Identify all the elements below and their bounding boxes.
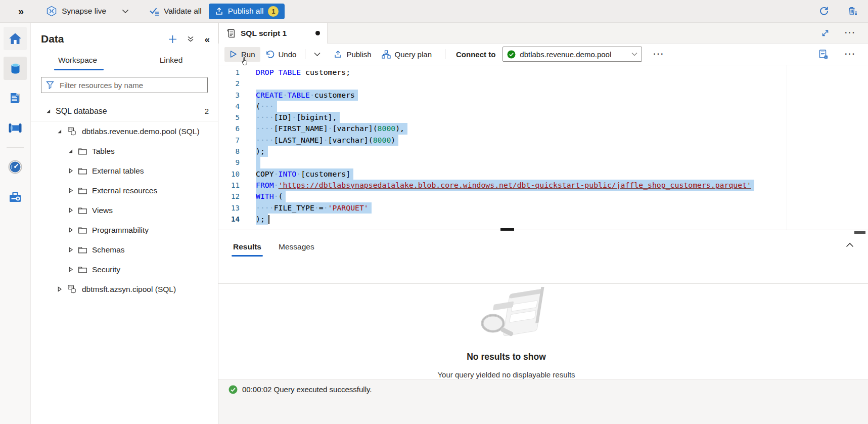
folder-icon	[78, 226, 87, 234]
publish-upload-icon	[215, 7, 223, 16]
editor-more-ellipsis-icon[interactable]: ···	[845, 50, 856, 58]
mode-switcher[interactable]: Synapse live	[46, 6, 129, 17]
tree-item-views[interactable]: Views	[31, 200, 218, 220]
add-resource-plus-icon[interactable]	[168, 35, 177, 44]
tree-item-external-tables[interactable]: External tables	[31, 161, 218, 181]
line-number: 10	[218, 168, 240, 180]
selection-highlight: ····[FIRST_NAME]·[varchar](8000),	[256, 123, 407, 134]
publish-all-button[interactable]: Publish all 1	[209, 4, 285, 19]
folder-icon	[78, 147, 87, 155]
query-plan-button[interactable]: Query plan	[377, 47, 437, 62]
collapse-toggle-icon[interactable]	[56, 129, 62, 134]
expand-toggle-icon[interactable]	[67, 188, 73, 193]
green-check-circle-icon	[507, 50, 516, 59]
collapse-toggle-icon[interactable]	[67, 148, 73, 154]
pane-drag-handle[interactable]	[500, 228, 514, 231]
code-line-3[interactable]: 3CREATE·TABLE·customers	[218, 90, 868, 101]
undo-icon	[265, 50, 275, 59]
data-explorer-panel: Data « Workspace Linked	[31, 23, 218, 424]
nav-home[interactable]	[4, 27, 27, 50]
tree-item-programmability[interactable]: Programmability	[31, 220, 218, 240]
tree-item-schemas[interactable]: Schemas	[31, 240, 218, 260]
tree-item-dbtlabs-revenue-demo-pool-sql[interactable]: dbtlabs.revenue.demo.pool (SQL)	[31, 121, 218, 141]
collapse-toggle-icon[interactable]	[45, 108, 51, 114]
collapse-panel-double-chevron-left-icon[interactable]: «	[204, 34, 210, 44]
selection-highlight: ····[ID]·[bigint],	[256, 112, 340, 123]
connect-to-label: Connect to	[456, 50, 495, 59]
code-line-13[interactable]: 13····FILE_TYPE·=·'PARQUET'	[218, 202, 868, 214]
code-line-2[interactable]: 2	[218, 78, 868, 89]
line-content: ····[ID]·[bigint],	[240, 112, 340, 123]
tab-messages[interactable]: Messages	[277, 239, 316, 257]
tree-item-label: Tables	[92, 147, 115, 156]
properties-icon[interactable]	[818, 49, 829, 60]
expand-toggle-icon[interactable]	[67, 168, 73, 174]
line-content: DROP TABLE customers;	[240, 67, 350, 78]
double-chevron-down-icon[interactable]	[187, 35, 194, 43]
horizontal-scrollbar-thumb[interactable]	[854, 231, 865, 234]
nav-monitor[interactable]	[4, 155, 27, 179]
double-chevron-right-icon[interactable]: »	[18, 6, 24, 16]
tree-item-sql-database[interactable]: SQL database2	[31, 101, 218, 121]
line-number: 2	[218, 78, 240, 89]
nav-data[interactable]	[4, 57, 27, 80]
run-options-chevron[interactable]	[309, 49, 326, 60]
expand-toggle-icon[interactable]	[67, 267, 73, 272]
tree-item-label: External tables	[92, 166, 144, 176]
toolbar-more-ellipsis-icon[interactable]: ···	[653, 50, 664, 58]
synapse-studio-app: » Synapse live Validate all Publish all …	[0, 0, 868, 424]
code-line-12[interactable]: 12WITH·(	[218, 191, 868, 202]
filter-resources-input[interactable]	[59, 80, 203, 90]
tree-item-label: Schemas	[92, 245, 125, 255]
discard-trash-icon[interactable]	[847, 6, 858, 17]
code-line-9[interactable]: 9	[218, 157, 868, 168]
tab-results[interactable]: Results	[232, 239, 263, 257]
code-line-14[interactable]: 14);	[218, 214, 868, 225]
code-line-1[interactable]: 1DROP TABLE customers;	[218, 67, 868, 78]
connect-pool-dropdown[interactable]: dbtlabs.revenue.demo.pool	[502, 47, 642, 62]
results-panel-header: Results Messages	[218, 234, 868, 284]
undo-button[interactable]: Undo	[260, 47, 302, 62]
code-line-4[interactable]: 4(···	[218, 101, 868, 112]
tree-item-tables[interactable]: Tables	[31, 141, 218, 161]
nav-develop[interactable]	[4, 87, 27, 110]
pane-resize-divider[interactable]	[218, 230, 868, 234]
expand-editor-icon[interactable]	[821, 29, 830, 37]
tab-more-ellipsis-icon[interactable]: ···	[845, 29, 856, 37]
collapse-results-chevron-up-icon[interactable]	[846, 242, 854, 247]
nav-manage[interactable]	[4, 185, 27, 208]
panel-title: Data	[41, 33, 168, 45]
filter-resources-box[interactable]	[41, 77, 208, 93]
code-line-11[interactable]: 11FROM·'https://dbtlabsynapsedatalake.bl…	[218, 180, 868, 191]
line-number: 8	[218, 146, 240, 157]
validate-all-button[interactable]: Validate all	[149, 7, 202, 16]
tab-linked[interactable]: Linked	[124, 51, 218, 70]
tab-sql-script-1[interactable]: SQL script 1	[218, 23, 328, 44]
expand-toggle-icon[interactable]	[67, 227, 73, 233]
line-number: 6	[218, 123, 240, 134]
tree-item-label: Views	[92, 206, 113, 215]
top-command-bar: » Synapse live Validate all Publish all …	[0, 0, 868, 23]
expand-toggle-icon[interactable]	[67, 207, 73, 213]
expand-toggle-icon[interactable]	[67, 247, 73, 252]
code-line-7[interactable]: 7····[LAST_NAME]·[varchar](8000)	[218, 135, 868, 146]
nav-integrate[interactable]	[4, 116, 27, 140]
expand-toggle-icon[interactable]	[56, 286, 62, 292]
code-line-8[interactable]: 8);	[218, 146, 868, 157]
tree-item-security[interactable]: Security	[31, 260, 218, 279]
publish-button[interactable]: Publish	[329, 47, 376, 62]
folder-icon	[78, 246, 87, 254]
code-line-5[interactable]: 5····[ID]·[bigint],	[218, 112, 868, 123]
code-line-10[interactable]: 10COPY·INTO·[customers]	[218, 168, 868, 180]
line-content: );	[240, 146, 268, 157]
tab-workspace[interactable]: Workspace	[31, 51, 124, 70]
refresh-icon[interactable]	[819, 6, 829, 16]
sql-code-editor[interactable]: 1DROP TABLE customers;23CREATE·TABLE·cus…	[218, 65, 868, 230]
no-results-subtitle: Your query yielded no displayable result…	[218, 370, 794, 379]
code-line-6[interactable]: 6····[FIRST_NAME]·[varchar](8000),	[218, 123, 868, 134]
chevron-down-icon[interactable]	[122, 9, 129, 14]
tree-item-external-resources[interactable]: External resources	[31, 181, 218, 200]
tree-item-dbtmsft-azsyn-cipool-sql[interactable]: dbtmsft.azsyn.cipool (SQL)	[31, 279, 218, 299]
magnifier-no-results-illustration	[218, 287, 794, 347]
no-results-title: No results to show	[218, 352, 794, 362]
